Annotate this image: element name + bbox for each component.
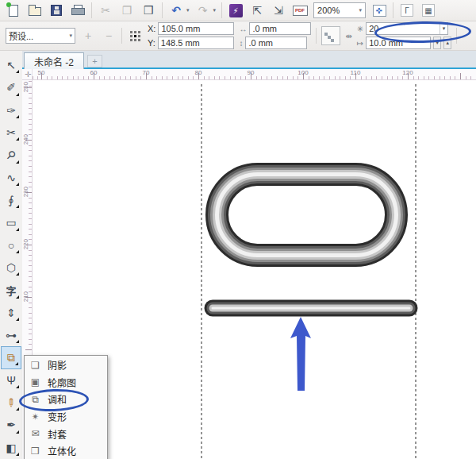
anchor-point-selector[interactable] [127, 27, 143, 44]
menu-item-shadow[interactable]: ❏ 阴影 [25, 357, 107, 374]
redo-button[interactable]: ↷ [195, 2, 211, 19]
freehand-smooth-tool[interactable]: ✑ [1, 99, 21, 122]
artistic-media-tool-icon: ∮ [8, 194, 13, 206]
x-position-field[interactable]: 105.0 mm [158, 22, 234, 35]
import-button[interactable]: ⇱ [249, 2, 265, 19]
app-launcher-button[interactable]: ⚡ [228, 2, 244, 19]
fill-tool[interactable]: ◧ [1, 437, 21, 459]
paste-button[interactable]: ❒ [140, 2, 156, 19]
preset-select[interactable]: 预设... ▾ [6, 28, 75, 44]
print-button[interactable] [70, 2, 86, 19]
toolbox: ↖ ✐ ✑ ✂ ⚲ ∿ ∮ ▭ ○ ⬡ 字 ⇕ ⊶ ⧉ Ψ ✏ ✒ ◧ [0, 51, 22, 459]
pick-tool-icon: ↖ [6, 59, 16, 71]
open-button[interactable] [27, 2, 43, 19]
grid-icon: ▦ [422, 4, 435, 17]
export-button[interactable]: ⇲ [271, 2, 286, 19]
connector-tool-icon: ⊶ [6, 329, 17, 341]
object-width-field[interactable]: .0 mm [249, 22, 311, 35]
new-tab-button[interactable]: + [87, 55, 102, 68]
v-ruler-number: 250 [22, 82, 29, 92]
polygon-tool[interactable]: ⬡ [1, 256, 21, 279]
toolbar-separator [162, 2, 163, 18]
save-button[interactable] [48, 2, 64, 19]
blend-steps-field[interactable]: 20 ▾ [366, 22, 448, 35]
horizontal-ruler[interactable]: 50 60 70 80 90 100 110 120 [33, 69, 476, 80]
stadium-ring-shape[interactable] [217, 175, 397, 256]
y-value: 148.5 mm [161, 38, 200, 48]
menu-item-label: 变形 [48, 410, 67, 423]
toolbar-separator [121, 28, 122, 44]
h-ruler-number: 120 [402, 69, 413, 76]
blend-steps-dropdown-icon[interactable]: ▾ [440, 23, 446, 34]
print-icon [71, 5, 84, 16]
eyedropper-tool[interactable]: ✏ [1, 392, 21, 414]
redo-icon: ↷ [198, 4, 208, 17]
contour-icon: ▣ [29, 376, 41, 388]
copy-button[interactable]: ❐ [119, 2, 135, 19]
spacing-spin-down[interactable]: ▼ [433, 37, 441, 49]
rectangle-tool[interactable]: ▭ [1, 211, 21, 233]
menu-item-contour[interactable]: ▣ 轮廓图 [25, 374, 107, 392]
blend-spacing-value: 10.0 mm [369, 38, 403, 48]
effects-flyout-menu: ❏ 阴影 ▣ 轮廓图 ⧉ 调和 ✴ 变形 ✉ 封套 ❒ 立体化 [24, 355, 108, 459]
menu-item-envelope[interactable]: ✉ 封套 [25, 425, 107, 442]
add-preset-button[interactable]: + [80, 27, 96, 44]
redo-dropdown[interactable]: ▾ [213, 7, 217, 14]
menu-item-blend[interactable]: ⧉ 调和 [25, 391, 107, 408]
new-tab-icon: + [92, 56, 97, 66]
transparency-tool[interactable]: Ψ [1, 369, 21, 392]
remove-preset-button[interactable]: − [101, 27, 117, 44]
eyedropper-tool-icon: ✏ [5, 398, 17, 407]
zoom-tool[interactable]: ⚲ [1, 144, 21, 166]
zoom-level-select[interactable]: 200% ▾ [313, 2, 366, 18]
height-value: .0 mm [248, 38, 273, 48]
outline-pen-tool[interactable]: ✒ [1, 414, 21, 436]
undo-button[interactable]: ↶ [168, 2, 184, 19]
v-ruler-number: 220 [22, 239, 29, 249]
undo-dropdown[interactable]: ▾ [186, 7, 190, 14]
blend-direction-button[interactable] [321, 26, 340, 45]
zoom-dropdown-icon: ▾ [359, 7, 363, 14]
show-grid-button[interactable]: ▦ [420, 2, 436, 19]
h-ruler-number: 60 [90, 69, 98, 76]
object-height-icon: ↕ [239, 39, 243, 48]
pick-tool[interactable]: ↖ [1, 54, 21, 76]
ruler-origin-icon[interactable]: ✛ [25, 70, 31, 79]
object-height-field[interactable]: .0 mm [245, 37, 307, 49]
cut-button[interactable]: ✂ [98, 2, 113, 19]
toolbar-separator [316, 28, 317, 44]
document-tab-active[interactable]: 未命名 -2 [24, 52, 84, 69]
publish-pdf-button[interactable]: PDF [292, 2, 308, 19]
object-width-icon: ↔ [239, 25, 247, 33]
preset-dropdown-icon: ▾ [69, 33, 72, 39]
menu-item-extrude[interactable]: ❒ 立体化 [25, 442, 107, 459]
ellipse-tool[interactable]: ○ [1, 234, 21, 256]
plus-icon: + [85, 29, 91, 42]
freehand-smooth-tool-icon: ✑ [6, 104, 16, 117]
menu-item-distort[interactable]: ✴ 变形 [25, 408, 107, 426]
shape-tool[interactable]: ✐ [1, 76, 21, 98]
dimension-tool-icon: ⇕ [6, 307, 16, 319]
envelope-icon: ✉ [29, 428, 41, 439]
x-label: X: [148, 24, 155, 33]
spacing-spin-up[interactable]: ▲ [443, 37, 451, 49]
freehand-tool[interactable]: ∿ [1, 167, 21, 189]
blend-spacing-field[interactable]: 10.0 mm [366, 37, 431, 49]
blend-tool-icon: ⧉ [7, 351, 15, 364]
blend-tool[interactable]: ⧉ [1, 346, 21, 368]
show-rulers-button[interactable]: Γ [399, 2, 415, 19]
crop-tool[interactable]: ✂ [1, 122, 21, 144]
distort-icon: ✴ [29, 411, 41, 422]
spin-down-icon: ▼ [435, 40, 440, 45]
connector-tool[interactable]: ⊶ [1, 324, 21, 346]
artistic-media-tool[interactable]: ∮ [1, 189, 21, 211]
document-tab-title: 未命名 -2 [34, 55, 74, 68]
x-value: 105.0 mm [161, 24, 200, 33]
fullscreen-preview-button[interactable]: ✜ [371, 2, 387, 19]
v-ruler-number: 210 [22, 291, 29, 302]
dimension-tool[interactable]: ⇕ [1, 302, 21, 324]
text-tool[interactable]: 字 [1, 279, 21, 301]
polygon-tool-icon: ⬡ [6, 261, 16, 274]
new-document-button[interactable] [6, 2, 21, 19]
y-position-field[interactable]: 148.5 mm [158, 37, 234, 49]
